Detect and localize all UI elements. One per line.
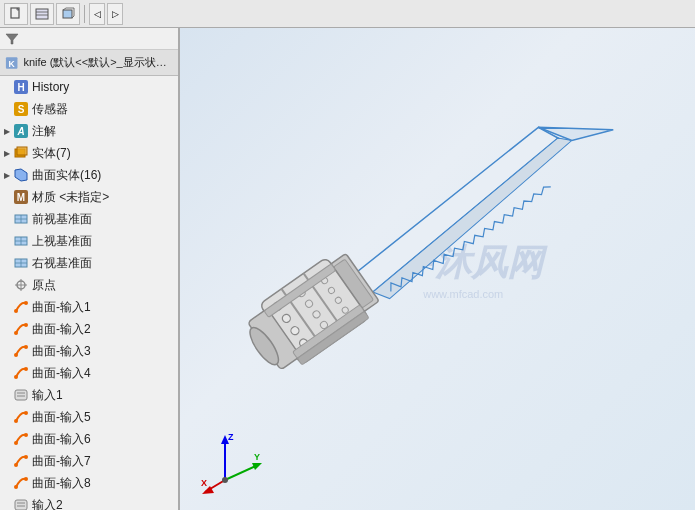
tree-item-material[interactable]: M材质 <未指定> xyxy=(0,186,178,208)
svg-marker-5 xyxy=(6,34,18,44)
tree-label-solid: 实体(7) xyxy=(32,145,71,162)
tree-item-surface-input5[interactable]: 曲面-输入5 xyxy=(0,406,178,428)
svg-rect-15 xyxy=(17,147,27,155)
svg-text:H: H xyxy=(17,82,24,93)
svg-rect-1 xyxy=(36,9,48,19)
tree-arrow-surface-input2 xyxy=(2,324,12,334)
tree-arrow-surface-input7 xyxy=(2,456,12,466)
tree-icon-right-plane xyxy=(13,255,29,271)
tree-item-surface-input7[interactable]: 曲面-输入7 xyxy=(0,450,178,472)
svg-point-42 xyxy=(14,419,18,423)
tree-label-input2: 输入2 xyxy=(32,497,63,511)
svg-point-38 xyxy=(24,367,28,371)
sidebar-filter-row xyxy=(0,28,178,50)
svg-point-35 xyxy=(14,353,18,357)
tree-icon-top-plane xyxy=(13,233,29,249)
tree-arrow-sensor xyxy=(2,104,12,114)
tree-icon-surface-input3 xyxy=(13,343,29,359)
svg-line-81 xyxy=(225,465,258,480)
sidebar: K knife (默认<<默认>_显示状态-1) HHistoryS传感器▶A注… xyxy=(0,28,180,510)
tree-icon-surface-input7 xyxy=(13,453,29,469)
tree-item-surface-input2[interactable]: 曲面-输入2 xyxy=(0,318,178,340)
tree-label-surface-input6: 曲面-输入6 xyxy=(32,431,91,448)
tree-icon-surface-input1 xyxy=(13,299,29,315)
main-layout: K knife (默认<<默认>_显示状态-1) HHistoryS传感器▶A注… xyxy=(0,28,695,510)
tree-item-front-plane[interactable]: 前视基准面 xyxy=(0,208,178,230)
tree-arrow-history xyxy=(2,82,12,92)
svg-point-36 xyxy=(24,345,28,349)
toolbar-back-btn[interactable]: ◁ xyxy=(89,3,105,25)
tree-item-surface-input3[interactable]: 曲面-输入3 xyxy=(0,340,178,362)
svg-point-47 xyxy=(24,455,28,459)
tree-label-front-plane: 前视基准面 xyxy=(32,211,92,228)
coordinate-axes: Z Y X xyxy=(200,430,260,490)
tree-item-history[interactable]: HHistory xyxy=(0,76,178,98)
svg-point-46 xyxy=(14,463,18,467)
tree-item-solid[interactable]: ▶实体(7) xyxy=(0,142,178,164)
svg-point-87 xyxy=(222,477,228,483)
tree-arrow-surface-input3 xyxy=(2,346,12,356)
tree-label-right-plane: 右视基准面 xyxy=(32,255,92,272)
tree-item-sensor[interactable]: S传感器 xyxy=(0,98,178,120)
knife-model xyxy=(240,38,690,478)
tree-arrow-solid: ▶ xyxy=(2,148,12,158)
tree-item-input2[interactable]: 输入2 xyxy=(0,494,178,510)
tree-arrow-surface-input6 xyxy=(2,434,12,444)
tree-icon-surface-input4 xyxy=(13,365,29,381)
svg-text:A: A xyxy=(16,126,24,137)
svg-text:S: S xyxy=(18,104,25,115)
toolbar-forward-btn[interactable]: ▷ xyxy=(107,3,123,25)
tree-icon-input1 xyxy=(13,387,29,403)
tree-icon-history: H xyxy=(13,79,29,95)
tree-item-surface-input8[interactable]: 曲面-输入8 xyxy=(0,472,178,494)
tree-arrow-right-plane xyxy=(2,258,12,268)
filter-icon[interactable] xyxy=(4,31,20,47)
tree-item-annotation[interactable]: ▶A注解 xyxy=(0,120,178,142)
toolbar-separator xyxy=(84,5,85,23)
svg-point-34 xyxy=(24,323,28,327)
svg-rect-39 xyxy=(15,390,27,400)
tree-label-surface-input1: 曲面-输入1 xyxy=(32,299,91,316)
tree-label-surface-input4: 曲面-输入4 xyxy=(32,365,91,382)
tree-label-surface: 曲面实体(16) xyxy=(32,167,101,184)
tree-icon-surface-input6 xyxy=(13,431,29,447)
tree-item-surface-input1[interactable]: 曲面-输入1 xyxy=(0,296,178,318)
tree-icon-surface-input2 xyxy=(13,321,29,337)
svg-text:M: M xyxy=(17,192,25,203)
viewport[interactable]: MF沐风网 www.mfcad.com xyxy=(180,28,695,510)
svg-point-31 xyxy=(14,309,18,313)
tree-arrow-input2 xyxy=(2,500,12,510)
svg-point-45 xyxy=(24,433,28,437)
toolbar-btn-new[interactable] xyxy=(4,3,28,25)
svg-text:Y: Y xyxy=(254,452,260,462)
svg-text:X: X xyxy=(201,478,207,488)
tree-icon-sensor: S xyxy=(13,101,29,117)
tree-arrow-front-plane xyxy=(2,214,12,224)
tree-item-surface-input6[interactable]: 曲面-输入6 xyxy=(0,428,178,450)
tree-arrow-material xyxy=(2,192,12,202)
tree-icon-annotation: A xyxy=(13,123,29,139)
tree-label-sensor: 传感器 xyxy=(32,101,68,118)
tree-item-right-plane[interactable]: 右视基准面 xyxy=(0,252,178,274)
svg-point-48 xyxy=(14,485,18,489)
tree-item-origin[interactable]: 原点 xyxy=(0,274,178,296)
tree-icon-input2 xyxy=(13,497,29,510)
svg-point-44 xyxy=(14,441,18,445)
model-title: knife (默认<<默认>_显示状态-1) xyxy=(23,55,174,70)
tree-item-surface[interactable]: ▶曲面实体(16) xyxy=(0,164,178,186)
toolbar-btn-3d[interactable] xyxy=(56,3,80,25)
tree-item-surface-input4[interactable]: 曲面-输入4 xyxy=(0,362,178,384)
model-icon: K xyxy=(4,55,19,71)
tree-icon-solid xyxy=(13,145,29,161)
svg-marker-54 xyxy=(361,132,586,304)
tree-arrow-surface-input1 xyxy=(2,302,12,312)
toolbar-btn-list[interactable] xyxy=(30,3,54,25)
tree-item-input1[interactable]: 输入1 xyxy=(0,384,178,406)
tree-label-history: History xyxy=(32,80,69,94)
tree-label-annotation: 注解 xyxy=(32,123,56,140)
tree-item-top-plane[interactable]: 上视基准面 xyxy=(0,230,178,252)
tree-arrow-surface-input4 xyxy=(2,368,12,378)
svg-point-49 xyxy=(24,477,28,481)
svg-marker-82 xyxy=(252,463,262,470)
tree-label-surface-input8: 曲面-输入8 xyxy=(32,475,91,492)
